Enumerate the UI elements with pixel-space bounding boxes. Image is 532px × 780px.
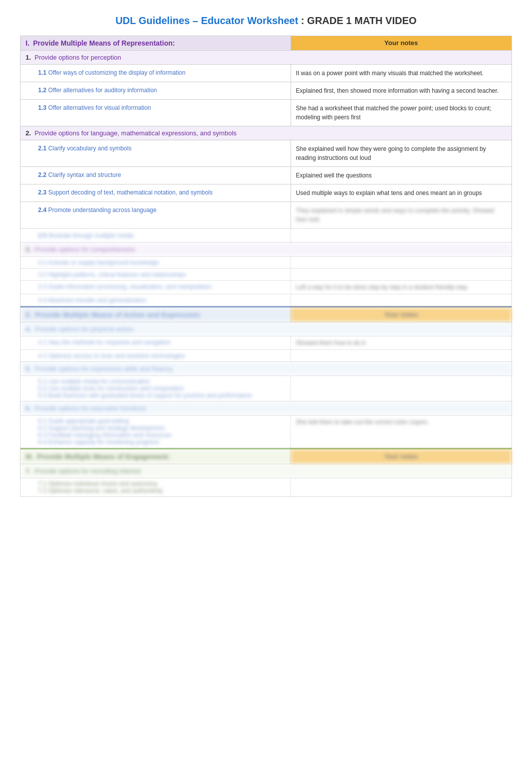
- section2-sub6-header-blurred: 6. Provide options for executive functio…: [21, 402, 512, 416]
- item-1-1-note: It was on a power point with many visual…: [296, 70, 484, 77]
- section1-roman: I.: [26, 39, 30, 47]
- section2-title-blurred: Provide Multiple Means of Action and Exp…: [35, 311, 201, 319]
- main-table: I. Provide Multiple Means of Representat…: [20, 36, 512, 497]
- section2-sub5-items-blurred: 5.1 Use multiple media for communication…: [21, 376, 512, 402]
- section2-sub6-label-blurred: Provide options for executive functions: [35, 405, 146, 412]
- item-2-4-num: 2.4: [38, 207, 47, 214]
- section2-sub4-header-blurred: 4. Provide options for physical action: [21, 322, 512, 336]
- item-1-1: 1.1 Offer ways of customizing the displa…: [21, 65, 512, 82]
- item-2-4-note: They explained in simple words and ways …: [296, 207, 494, 223]
- item-2-3-note: Used multiple ways to explain what tens …: [296, 189, 482, 197]
- item-1-2: 1.2 Offer alternatives for auditory info…: [21, 82, 512, 100]
- item-2-4: 2.4 Promote understanding across languag…: [21, 202, 512, 229]
- section3-sub7-label-blurred: Provide options for recruiting interest: [35, 467, 141, 475]
- item-1-2-label: Offer alternatives for auditory informat…: [48, 87, 157, 94]
- section3-roman-blurred: III.: [26, 453, 34, 461]
- item-2-2-num: 2.2: [38, 171, 47, 178]
- section2-sub4-item2-blurred: 4.2 Optimize access to tools and assisti…: [21, 350, 512, 362]
- item-2-5-num: 2.5: [38, 232, 47, 239]
- item-3-3-label-blurred: 3.3 Guide information processing, visual…: [38, 283, 211, 290]
- section1-title: Provide Multiple Means of Representation…: [33, 39, 175, 47]
- subsection2-label: Provide options for language, mathematic…: [35, 129, 236, 137]
- section2-sub4-note-blurred: 4.1 Vary the methods for response and na…: [21, 336, 512, 350]
- subsection3-header-blurred: 3. Provide options for comprehension: [21, 243, 512, 257]
- section2-roman-blurred: II.: [26, 311, 32, 319]
- item-1-2-note: Explained first, then showed more inform…: [296, 87, 499, 94]
- item-2-3: 2.3 Support decoding of text, mathematic…: [21, 184, 512, 202]
- section3-header-blurred: III. Provide Multiple Means of Engagemen…: [21, 450, 512, 464]
- col-header-notes: Your notes: [291, 36, 511, 51]
- item-3-2-blurred: 3.2 Highlight patterns, critical feature…: [21, 269, 512, 281]
- subsection3-number-blurred: 3.: [26, 246, 31, 253]
- item-4-2-blurred: 4.2 Optimize access to tools and assisti…: [38, 352, 185, 359]
- item-1-3-label: Offer alternatives for visual informatio…: [48, 104, 151, 111]
- item-2-2-label: Clarify syntax and structure: [48, 171, 121, 178]
- item-4-1-blurred: 4.1 Vary the methods for response and na…: [38, 339, 171, 346]
- item-2-2-note: Explained well the questions: [296, 172, 372, 179]
- item-1-3: 1.3 Offer alternatives for visual inform…: [21, 100, 512, 126]
- item-1-3-note: She had a worksheet that matched the pow…: [296, 105, 491, 121]
- section3-sub7-items-blurred: 7.1 Optimize individual choice and auton…: [21, 478, 512, 497]
- section2-sub5-header-blurred: 5. Provide options for expressive skills…: [21, 362, 512, 376]
- item-3-1-blurred: 3.1 Activate or supply background knowle…: [21, 257, 512, 269]
- section3-col-header-blurred: Your notes: [291, 450, 511, 464]
- item-2-1: 2.1 Clarify vocabulary and symbols She e…: [21, 140, 512, 167]
- subsection1-header: 1. Provide options for perception: [21, 51, 512, 65]
- item-2-1-num: 2.1: [38, 145, 47, 152]
- item-4-note-blurred: Showed them how to do it.: [296, 339, 367, 346]
- section2-sub6-items-blurred: 6.1 Guide appropriate goal-setting 6.2 S…: [21, 416, 512, 448]
- item-2-3-num: 2.3: [38, 189, 47, 196]
- item-3-4-label-blurred: 3.4 Maximize transfer and generalization: [38, 297, 146, 304]
- item-2-1-label: Clarify vocabulary and symbols: [48, 145, 131, 152]
- section1-header-row: I. Provide Multiple Means of Representat…: [21, 36, 512, 51]
- title-rest: : GRADE 1 MATH VIDEO: [298, 15, 416, 26]
- item-3-1-label-blurred: 3.1 Activate or supply background knowle…: [38, 259, 159, 266]
- item-2-2: 2.2 Clarify syntax and structure Explain…: [21, 167, 512, 184]
- item-2-4-label: Promote understanding across language: [48, 207, 156, 214]
- subsection2-number: 2.: [26, 129, 31, 137]
- section2-col-header-blurred: Your notes: [291, 308, 511, 322]
- item-2-5-label: Illustrate through multiple media: [48, 232, 133, 239]
- page-title: UDL Guidelines – Educator Worksheet : GR…: [20, 15, 512, 27]
- subsection1-number: 1.: [26, 54, 31, 61]
- item-2-3-label: Support decoding of text, mathematical n…: [48, 189, 212, 196]
- item-3-3-note-blurred: Left a way for it to be done step by ste…: [296, 284, 468, 291]
- udl-link: UDL Guidelines – Educator Worksheet: [115, 15, 298, 26]
- section2-header-blurred: II. Provide Multiple Means of Action and…: [21, 308, 512, 322]
- subsection1-label: Provide options for perception: [35, 54, 121, 61]
- item-1-1-num: 1.1: [38, 69, 47, 76]
- item-2-1-note: She explained well how they were going t…: [296, 145, 486, 161]
- item-2-5-blurred: 2.5 Illustrate through multiple media: [21, 229, 512, 243]
- section2-sub5-label-blurred: Provide options for expressive skills an…: [35, 365, 173, 372]
- section3-sub7-header-blurred: 7. Provide options for recruiting intere…: [21, 464, 512, 478]
- item-1-3-num: 1.3: [38, 104, 47, 111]
- item-3-3-blurred: 3.3 Guide information processing, visual…: [21, 281, 512, 294]
- subsection3-label-blurred: Provide options for comprehension: [35, 246, 135, 253]
- subsection2-header: 2. Provide options for language, mathema…: [21, 126, 512, 140]
- item-3-4-blurred: 3.4 Maximize transfer and generalization: [21, 294, 512, 306]
- item-6-note-blurred: She told them to take out the correct co…: [296, 419, 429, 426]
- item-3-2-label-blurred: 3.2 Highlight patterns, critical feature…: [38, 271, 186, 278]
- section2-sub4-label-blurred: Provide options for physical action: [35, 325, 133, 333]
- item-1-1-label: Offer ways of customizing the display of…: [48, 69, 185, 76]
- item-1-2-num: 1.2: [38, 87, 47, 94]
- section3-title-blurred: Provide Multiple Means of Engagement:: [37, 453, 170, 461]
